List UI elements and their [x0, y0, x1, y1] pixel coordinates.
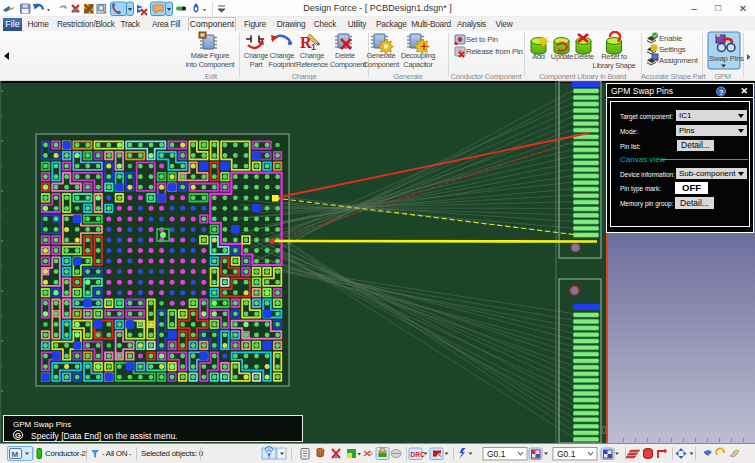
- svg-text:G0.1: G0.1: [487, 449, 506, 459]
- svg-text:DRC: DRC: [411, 451, 425, 458]
- svg-text:M: M: [12, 450, 19, 459]
- svg-text:G0.1: G0.1: [557, 449, 576, 459]
- svg-text:?: ?: [719, 87, 724, 96]
